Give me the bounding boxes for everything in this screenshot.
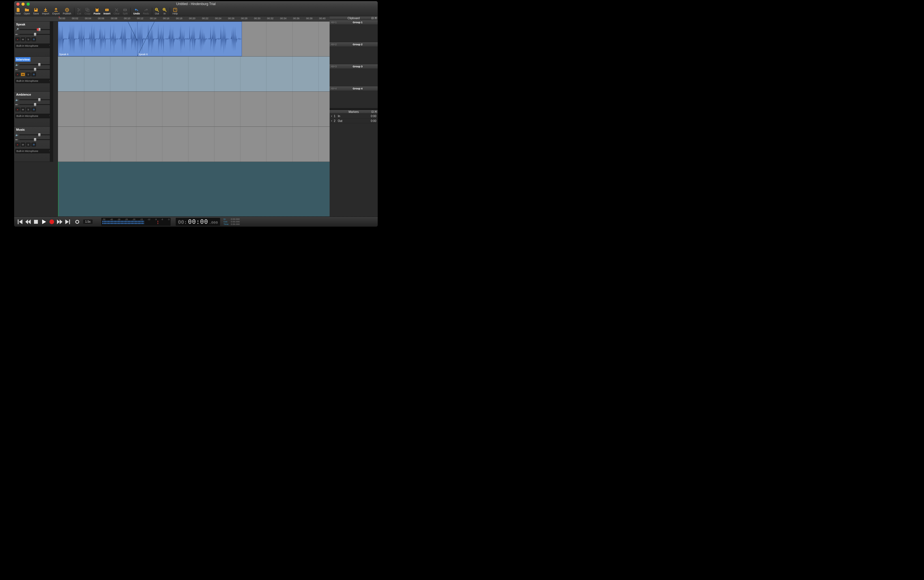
close-window[interactable] — [16, 3, 20, 6]
clipboard-group[interactable]: Alt+4Group 4 — [329, 86, 378, 108]
open-button[interactable]: Open — [22, 7, 32, 16]
import-button[interactable]: Import — [41, 7, 51, 16]
track-header-speak[interactable]: Speak 🎤 ⇔ ● M S ⚙ Built-in Microphone▾ — [14, 21, 53, 57]
svg-rect-9 — [107, 9, 109, 11]
record-arm-button[interactable]: ● — [15, 37, 20, 41]
panel-close-icon[interactable]: ✕ — [374, 17, 377, 20]
marker-row[interactable]: ▾1In0:00 — [329, 114, 378, 119]
stop-button[interactable] — [33, 219, 39, 225]
track-name[interactable]: Speak — [15, 22, 26, 26]
record-arm-button[interactable]: ● — [15, 72, 20, 76]
pan-slider[interactable] — [19, 104, 51, 105]
panel-close-icon[interactable]: ✕ — [374, 110, 377, 113]
clipboard-group[interactable]: Alt+3Group 3 — [329, 64, 378, 86]
fx-button[interactable]: ⚙ — [31, 107, 36, 112]
zoom-window[interactable] — [26, 3, 30, 6]
paste-button[interactable]: Paste — [92, 7, 102, 16]
solo-button[interactable]: S — [26, 37, 31, 41]
timecode-display[interactable]: 00: 00:00 .000 — [176, 218, 220, 226]
group-body[interactable] — [329, 24, 378, 42]
playback-speed[interactable]: 1.5x — [83, 219, 92, 224]
redo-button[interactable]: Redo — [142, 7, 151, 16]
fx-button[interactable]: ⚙ — [31, 72, 36, 76]
audio-clip[interactable]: Speak 6 — [137, 21, 242, 56]
clipboard-group[interactable]: Alt+2Group 2 — [329, 42, 378, 64]
clear-button[interactable]: Clear — [112, 7, 121, 16]
input-select[interactable]: Built-in Microphone▾ — [15, 44, 52, 48]
svg-rect-7 — [96, 8, 98, 9]
clipboard-panel-header[interactable]: Clipboard ▢✕ — [329, 16, 378, 20]
cut-button[interactable]: Cut — [76, 7, 83, 16]
help-button[interactable]: ?Help — [171, 7, 180, 16]
export-button[interactable]: Export — [51, 7, 61, 16]
meter-tick: -40 — [110, 218, 113, 221]
group-hotkey: Alt+1 — [331, 21, 339, 24]
solo-button[interactable]: S — [26, 72, 31, 76]
marker-row[interactable]: ▾2Out0:00 — [329, 119, 378, 124]
transport-bar: 1.5x -50-40-30-25-20-15-12-9-6-3 00: 00:… — [14, 216, 378, 227]
solo-button[interactable]: S — [26, 107, 31, 112]
new-button[interactable]: New — [14, 7, 22, 16]
gain-slider[interactable] — [19, 134, 51, 135]
track-name[interactable]: Music — [15, 127, 26, 132]
solo-button[interactable]: S — [26, 143, 31, 147]
clipboard-group[interactable]: Alt+1Group 1 — [329, 20, 378, 42]
record-button[interactable] — [49, 219, 55, 225]
ruler-tick: 00:32 — [267, 17, 273, 20]
fx-button[interactable]: ⚙ — [31, 143, 36, 147]
save-button[interactable]: Save — [32, 7, 41, 16]
mute-button[interactable]: M — [21, 72, 25, 76]
speaker-icon: 🔈 — [15, 98, 18, 101]
panel-popout-icon[interactable]: ▢ — [371, 110, 374, 113]
group-body[interactable] — [329, 46, 378, 64]
clip-label: Speak 6 — [138, 53, 148, 56]
skip-end-button[interactable] — [64, 219, 71, 225]
insert-button[interactable]: Insert — [102, 7, 112, 16]
track-lane-interview[interactable] — [58, 57, 329, 92]
input-select[interactable]: Built-in Microphone▾ — [15, 114, 52, 118]
timeline-empty-area[interactable] — [58, 162, 329, 216]
rewind-button[interactable] — [25, 219, 31, 225]
mute-button[interactable]: M — [21, 143, 25, 147]
loop-button[interactable] — [74, 219, 80, 225]
minimize-window[interactable] — [21, 3, 25, 6]
pan-slider[interactable] — [19, 69, 51, 70]
track-header-interview[interactable]: Interview 🔈 ⇔ ● M S ⚙ Built-in Microphon… — [14, 57, 53, 92]
out-button[interactable]: Out — [153, 7, 161, 16]
fast-forward-button[interactable] — [57, 219, 63, 225]
pan-slider[interactable] — [19, 34, 51, 35]
input-select[interactable]: Built-in Microphone▾ — [15, 149, 52, 153]
timeline[interactable]: 00:0000:0200:0400:0600:0800:1000:1200:14… — [58, 16, 329, 216]
play-button[interactable] — [41, 219, 47, 225]
pan-slider[interactable] — [19, 139, 51, 140]
in-button[interactable]: In — [161, 7, 169, 16]
track-name[interactable]: Interview — [15, 57, 31, 62]
track-lane-music[interactable] — [58, 127, 329, 162]
track-lane-ambience[interactable] — [58, 92, 329, 127]
fx-button[interactable]: ⚙ — [31, 37, 36, 41]
publish-button[interactable]: Publish — [61, 7, 73, 16]
track-name[interactable]: Ambience — [15, 92, 32, 97]
undo-button[interactable]: Undo — [132, 7, 142, 16]
mute-button[interactable]: M — [21, 107, 25, 112]
input-select[interactable]: Built-in Microphone▾ — [15, 79, 52, 83]
copy-button[interactable]: Copy — [83, 7, 92, 16]
record-arm-button[interactable]: ● — [15, 143, 20, 147]
gain-slider[interactable] — [19, 99, 51, 100]
track-header-ambience[interactable]: Ambience 🔈 ⇔ ● M S ⚙ Built-in Microphone… — [14, 92, 53, 127]
group-body[interactable] — [329, 91, 378, 108]
audio-clip[interactable]: Speak 6 — [58, 21, 145, 56]
record-arm-button[interactable]: ● — [15, 107, 20, 112]
track-header-music[interactable]: Music 🔈 ⇔ ● M S ⚙ Built-in Microphone▾ — [14, 127, 53, 162]
track-lane-speak[interactable]: Speak 6Speak 6 — [58, 21, 329, 57]
gain-slider[interactable] — [19, 29, 51, 30]
mute-button[interactable]: M — [21, 37, 25, 41]
group-body[interactable] — [329, 68, 378, 86]
markers-panel-header[interactable]: Markers ▢✕ — [329, 110, 378, 114]
split-button[interactable]: Split — [121, 7, 130, 16]
panel-popout-icon[interactable]: ▢ — [371, 17, 374, 20]
ruler-tick: 00:24 — [215, 17, 222, 20]
skip-start-button[interactable] — [17, 219, 23, 225]
gain-slider[interactable] — [19, 64, 51, 65]
time-ruler[interactable]: 00:0000:0200:0400:0600:0800:1000:1200:14… — [58, 16, 329, 21]
